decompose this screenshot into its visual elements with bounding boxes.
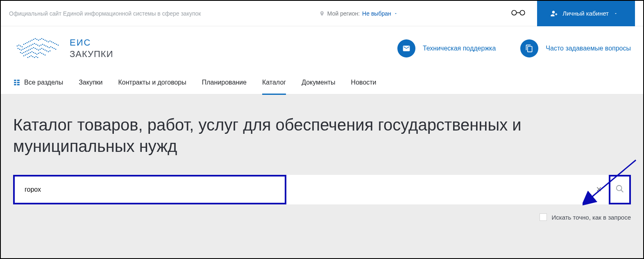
nav-label: Контракты и договоры (118, 79, 186, 86)
region-prefix: Мой регион: (327, 10, 360, 17)
svg-point-47 (49, 47, 50, 48)
search-input[interactable] (25, 186, 275, 193)
svg-rect-95 (17, 80, 20, 81)
svg-point-89 (34, 57, 35, 58)
svg-point-75 (30, 52, 31, 53)
svg-point-87 (31, 55, 32, 57)
exact-search-checkbox[interactable] (540, 213, 547, 221)
nav-documents[interactable]: Документы (302, 71, 335, 94)
nav-all-sections[interactable]: Все разделы (13, 71, 63, 94)
svg-point-19 (45, 40, 46, 41)
svg-point-7 (25, 43, 26, 44)
svg-point-0 (512, 10, 517, 15)
close-icon (596, 186, 602, 193)
nav-planning[interactable]: Планирование (202, 71, 247, 94)
faq-link[interactable]: Часто задаваемые вопросы (520, 39, 631, 57)
svg-point-31 (23, 49, 24, 50)
svg-point-70 (50, 50, 51, 52)
svg-point-68 (46, 50, 48, 52)
logo-line1: ЕИС (70, 37, 113, 48)
search-button-highlight (609, 175, 631, 204)
svg-point-53 (22, 53, 23, 54)
svg-point-8 (27, 42, 28, 44)
content-area: Каталог товаров, работ, услуг для обеспе… (1, 94, 643, 259)
nav-label: Каталог (262, 79, 286, 86)
main-nav: Все разделы Закупки Контракты и договоры… (1, 71, 643, 94)
logo-map-icon (13, 35, 62, 62)
svg-point-13 (35, 38, 36, 39)
nav-purchases[interactable]: Закупки (79, 71, 102, 94)
svg-point-79 (36, 54, 38, 55)
svg-point-90 (36, 56, 37, 57)
region-selector[interactable]: Мой регион: Не выбран (319, 10, 398, 17)
copy-icon (520, 39, 538, 57)
nav-catalog[interactable]: Каталог (262, 71, 286, 94)
svg-point-11 (32, 40, 33, 41)
svg-point-43 (42, 44, 43, 45)
svg-point-88 (32, 56, 34, 57)
svg-point-3 (18, 45, 20, 46)
svg-point-23 (51, 41, 52, 43)
svg-point-59 (32, 48, 33, 49)
svg-point-62 (36, 49, 38, 50)
svg-point-51 (55, 49, 57, 50)
svg-point-26 (56, 44, 57, 45)
svg-point-82 (41, 53, 43, 54)
faq-label: Часто задаваемые вопросы (546, 45, 631, 52)
search-bar-mid (286, 175, 609, 204)
top-bar: Официальный сайт Единой информационной с… (1, 1, 643, 26)
svg-point-76 (32, 51, 33, 53)
clear-search-button[interactable] (596, 185, 602, 195)
svg-point-21 (48, 41, 49, 43)
svg-point-80 (38, 53, 39, 54)
support-link[interactable]: Техническая поддержка (397, 39, 496, 57)
svg-point-66 (43, 49, 44, 50)
svg-point-50 (54, 48, 55, 49)
svg-point-14 (36, 39, 38, 40)
exact-search-row: Искать точно, как в запросе (13, 213, 631, 221)
svg-point-77 (33, 52, 34, 53)
svg-point-39 (36, 44, 37, 45)
login-button[interactable]: Личный кабинет (537, 1, 635, 26)
svg-point-24 (53, 42, 54, 44)
svg-point-37 (32, 44, 34, 45)
svg-point-15 (38, 40, 39, 41)
search-button[interactable] (615, 184, 624, 195)
chevron-down-icon (394, 11, 398, 16)
logo[interactable]: ЕИС ЗАКУПКИ (13, 35, 113, 62)
svg-point-73 (27, 54, 28, 55)
svg-point-29 (19, 49, 20, 50)
svg-point-72 (25, 55, 26, 56)
svg-point-38 (34, 43, 35, 44)
svg-point-60 (33, 47, 34, 48)
svg-point-78 (35, 53, 36, 54)
site-description: Официальный сайт Единой информационной с… (9, 10, 201, 17)
svg-rect-93 (14, 82, 16, 83)
svg-point-36 (31, 45, 32, 46)
svg-point-2 (17, 46, 18, 47)
svg-point-69 (48, 51, 49, 53)
svg-point-98 (617, 186, 622, 191)
svg-point-33 (26, 47, 27, 48)
svg-point-63 (38, 50, 39, 51)
svg-point-18 (43, 39, 44, 40)
nav-label: Закупки (79, 79, 102, 86)
mail-icon (397, 39, 415, 57)
svg-point-1 (520, 10, 525, 15)
accessibility-button[interactable] (499, 9, 537, 18)
logo-text: ЕИС ЗАКУПКИ (70, 37, 113, 60)
search-row (13, 175, 631, 204)
svg-point-6 (23, 44, 25, 45)
glasses-icon (511, 9, 526, 16)
svg-point-41 (39, 46, 40, 47)
svg-point-16 (40, 39, 41, 40)
nav-label: Планирование (202, 79, 247, 86)
nav-news[interactable]: Новости (351, 71, 376, 94)
svg-point-49 (52, 47, 53, 48)
svg-point-4 (20, 46, 21, 47)
nav-contracts[interactable]: Контракты и договоры (118, 71, 186, 94)
svg-point-58 (30, 49, 31, 50)
nav-label: Все разделы (24, 79, 63, 86)
region-value: Не выбран (362, 10, 391, 17)
svg-point-86 (29, 56, 30, 57)
